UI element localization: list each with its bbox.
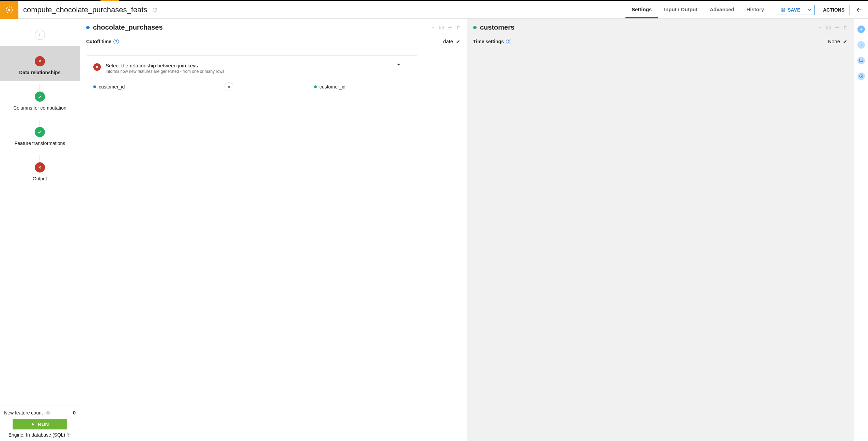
engine-label: Engine: In-database (SQL): [9, 432, 65, 438]
step-output[interactable]: Output: [0, 152, 80, 187]
help-icon[interactable]: ?: [46, 410, 50, 415]
save-button[interactable]: SAVE: [776, 5, 805, 15]
arrow-left-icon: [856, 6, 863, 13]
rail-add-button[interactable]: [857, 26, 865, 33]
tab-advanced[interactable]: Advanced: [704, 1, 741, 18]
new-feature-label: New feature count: [4, 410, 43, 415]
gear-icon: [66, 432, 71, 437]
green-dot-icon: [473, 26, 477, 29]
pencil-icon: [843, 39, 848, 44]
rail-history-button[interactable]: [857, 72, 865, 80]
right-dataset-col: customers Time settings ? No: [467, 19, 854, 49]
right-dataset-header: customers: [473, 23, 848, 34]
clock-icon: [859, 74, 864, 79]
left-dataset-col: chocolate_purchases Cutoff time ?: [80, 19, 467, 49]
left-dataset-actions: [431, 25, 461, 30]
body: Data relationships Columns for computati…: [0, 19, 868, 441]
gear-icon[interactable]: [835, 25, 839, 30]
pencil-icon: [456, 39, 461, 44]
svg-point-4: [68, 434, 70, 436]
play-icon: [31, 422, 35, 426]
help-icon[interactable]: ?: [113, 39, 119, 44]
step-label: Columns for computation: [13, 105, 66, 111]
help-icon[interactable]: ?: [506, 39, 511, 44]
left-dataset-title: chocolate_purchases: [86, 23, 163, 31]
tab-history[interactable]: History: [740, 1, 770, 18]
relationship-canvas: Select the relationship between join key…: [80, 49, 854, 441]
left-dataset-name: chocolate_purchases: [93, 23, 163, 31]
step-start[interactable]: [0, 27, 80, 46]
steps-sidebar: Data relationships Columns for computati…: [0, 19, 80, 441]
run-button[interactable]: RUN: [13, 419, 67, 429]
blue-dot-icon: [93, 85, 96, 88]
check-icon: [35, 92, 45, 102]
blue-dot-icon: [86, 26, 90, 29]
save-button-group: SAVE: [776, 5, 815, 15]
tab-settings[interactable]: Settings: [625, 1, 658, 18]
step-feature-transformations[interactable]: Feature transformations: [0, 117, 80, 152]
join-operator[interactable]: =: [224, 82, 233, 91]
canvas-right: [467, 49, 854, 441]
left-setting-value[interactable]: date: [443, 38, 461, 44]
trash-icon[interactable]: [456, 25, 461, 30]
engine-row[interactable]: Engine: In-database (SQL): [3, 432, 77, 438]
right-rail: [854, 19, 868, 441]
svg-rect-7: [827, 26, 831, 29]
svg-rect-10: [861, 45, 861, 46]
right-join-key[interactable]: customer_id: [252, 84, 411, 89]
dataset-headers: chocolate_purchases Cutoff time ?: [80, 19, 854, 49]
save-icon: [781, 7, 786, 12]
actions-button[interactable]: ACTIONS: [818, 5, 850, 15]
refresh-icon[interactable]: [152, 7, 157, 13]
step-label: Feature transformations: [15, 141, 65, 146]
error-badge-icon: [93, 63, 101, 71]
error-icon: [35, 56, 45, 66]
rail-comment-button[interactable]: [857, 57, 865, 64]
right-setting-label: Time settings ?: [473, 39, 511, 44]
right-dataset-name: customers: [480, 23, 514, 31]
recipe-logo: [0, 1, 18, 19]
gear-icon[interactable]: [448, 25, 452, 30]
table-icon[interactable]: [826, 25, 831, 30]
plus-icon: [859, 27, 863, 31]
trash-icon[interactable]: [843, 25, 848, 30]
step-label: Data relationships: [19, 70, 60, 75]
warning-subtitle: Informs how new features are generated -…: [106, 69, 224, 74]
caret-down-icon: [397, 63, 401, 67]
svg-point-6: [449, 27, 451, 28]
recipe-title: compute_chocolate_purchases_feats: [23, 5, 147, 14]
step-columns-for-computation[interactable]: Columns for computation: [0, 81, 80, 117]
left-setting-row: Cutoff time ? date: [86, 34, 461, 46]
new-feature-count-row: New feature count ? 0: [3, 409, 77, 419]
back-arrow[interactable]: [852, 6, 866, 13]
tab-input-output[interactable]: Input / Output: [658, 1, 703, 18]
step-data-relationships[interactable]: Data relationships: [0, 46, 80, 81]
error-icon: [35, 162, 45, 173]
right-setting-value[interactable]: None: [828, 38, 848, 44]
svg-point-9: [861, 44, 862, 45]
header: compute_chocolate_purchases_feats Settin…: [0, 1, 868, 19]
steps-list: Data relationships Columns for computati…: [0, 19, 80, 406]
svg-point-8: [836, 27, 838, 28]
connector: [40, 119, 40, 128]
header-tabs: Settings Input / Output Advanced History: [625, 1, 770, 18]
warning-title: Select the relationship between join key…: [106, 63, 224, 68]
add-icon[interactable]: [818, 25, 822, 30]
sidebar-footer: New feature count ? 0 RUN Engine: In-dat…: [0, 406, 80, 441]
comment-icon: [859, 58, 864, 63]
connector: [40, 49, 40, 57]
gear-dot-icon: [5, 6, 13, 14]
table-icon[interactable]: [439, 25, 444, 30]
green-dot-icon: [314, 85, 317, 88]
left-setting-label: Cutoff time ?: [86, 39, 119, 44]
run-label: RUN: [38, 421, 49, 427]
join-key-row: customer_id = customer_id: [93, 84, 411, 89]
save-dropdown[interactable]: [805, 5, 815, 15]
relationship-type-dropdown[interactable]: [397, 63, 411, 67]
right-dataset-title: customers: [473, 23, 514, 31]
rail-info-button[interactable]: [857, 41, 865, 49]
warning-text: Select the relationship between join key…: [106, 63, 224, 74]
add-icon[interactable]: [431, 25, 435, 30]
info-icon: [859, 43, 863, 47]
arrow-down-icon: [35, 30, 45, 40]
